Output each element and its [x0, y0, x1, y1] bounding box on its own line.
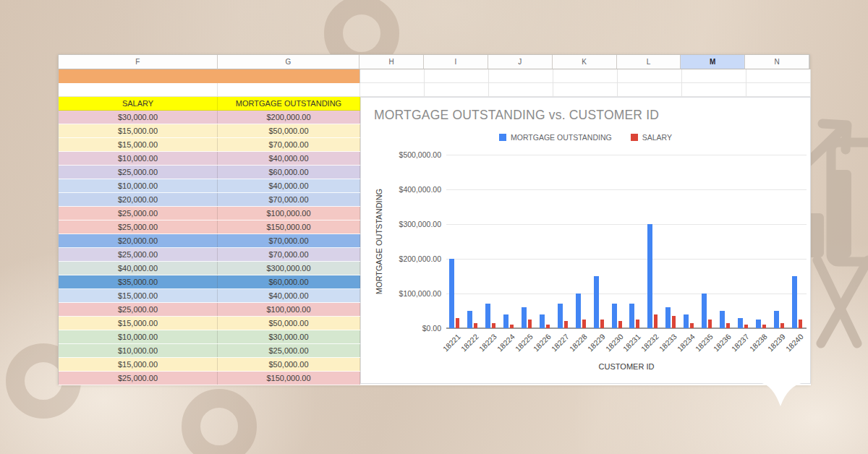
- salary-header-cell[interactable]: SALARY: [59, 97, 218, 110]
- empty-cell[interactable]: [360, 69, 425, 83]
- column-header-F[interactable]: F: [59, 55, 218, 69]
- salary-cell[interactable]: $20,000.00: [59, 193, 218, 206]
- mortgage-cell[interactable]: $100,000.00: [218, 207, 360, 220]
- mortgage-cell[interactable]: $25,000.00: [218, 344, 360, 357]
- column-header-K[interactable]: K: [553, 55, 617, 69]
- orange-banner-row[interactable]: [59, 69, 360, 83]
- empty-cell[interactable]: [618, 83, 682, 97]
- mortgage-cell[interactable]: $100,000.00: [218, 303, 360, 316]
- blank-cell[interactable]: [218, 83, 360, 96]
- empty-cell[interactable]: [682, 83, 746, 97]
- salary-cell[interactable]: $30,000.00: [59, 111, 218, 124]
- mortgage-cell[interactable]: $70,000.00: [218, 193, 360, 206]
- bar-mortgage: [738, 318, 743, 328]
- salary-cell[interactable]: $10,000.00: [59, 344, 218, 357]
- mortgage-header-cell[interactable]: MORTGAGE OUTSTANDING: [218, 97, 360, 110]
- mortgage-cell[interactable]: $40,000.00: [218, 289, 360, 302]
- empty-cell[interactable]: [489, 83, 553, 97]
- salary-cell[interactable]: $20,000.00: [59, 234, 218, 247]
- mortgage-cell[interactable]: $70,000.00: [218, 248, 360, 261]
- mortgage-cell[interactable]: $50,000.00: [218, 124, 360, 137]
- empty-cell[interactable]: [489, 69, 553, 83]
- legend-item-mortgage: MORTGAGE OUTSTANDING: [499, 133, 612, 142]
- y-axis-label: $100,000.00: [375, 289, 441, 298]
- gridline: [446, 294, 807, 294]
- table-row: $10,000.00$40,000.00: [59, 152, 360, 166]
- salary-cell[interactable]: $15,000.00: [59, 124, 218, 137]
- mortgage-cell[interactable]: $150,000.00: [218, 220, 360, 234]
- salary-cell[interactable]: $35,000.00: [59, 275, 218, 288]
- column-header-L[interactable]: L: [617, 55, 681, 69]
- column-header-H[interactable]: H: [359, 55, 424, 69]
- table-row: $15,000.00$70,000.00: [59, 138, 360, 152]
- salary-cell[interactable]: $15,000.00: [59, 289, 218, 302]
- empty-cell[interactable]: [746, 69, 811, 83]
- salary-cell[interactable]: $25,000.00: [59, 303, 218, 316]
- column-header-I[interactable]: I: [424, 55, 488, 69]
- empty-cell[interactable]: [746, 83, 811, 97]
- legend-item-salary: SALARY: [631, 133, 672, 142]
- table-row: $25,000.00$100,000.00: [59, 303, 360, 317]
- salary-cell[interactable]: $25,000.00: [59, 248, 218, 261]
- empty-cell[interactable]: [553, 83, 618, 97]
- empty-cell[interactable]: [618, 69, 682, 83]
- mortgage-cell[interactable]: $200,000.00: [218, 111, 360, 124]
- bar-mortgage: [594, 276, 599, 328]
- table-row: $25,000.00$150,000.00: [59, 220, 360, 234]
- mortgage-cell[interactable]: $50,000.00: [218, 358, 360, 371]
- bar-salary: [708, 320, 712, 328]
- salary-cell[interactable]: $25,000.00: [59, 220, 218, 234]
- mortgage-cell[interactable]: $70,000.00: [218, 138, 360, 151]
- salary-cell[interactable]: $10,000.00: [59, 330, 218, 343]
- legend-swatch-mortgage: [499, 134, 506, 141]
- mortgage-cell[interactable]: $60,000.00: [218, 275, 360, 288]
- mortgage-cell[interactable]: $40,000.00: [218, 152, 360, 165]
- mortgage-cell[interactable]: $70,000.00: [218, 234, 360, 247]
- table-row: $20,000.00$70,000.00: [59, 234, 360, 248]
- bar-salary: [654, 314, 658, 328]
- salary-cell[interactable]: $15,000.00: [59, 317, 218, 330]
- bar-mortgage: [612, 304, 617, 328]
- empty-cell[interactable]: [425, 83, 489, 97]
- table-row: $15,000.00$50,000.00: [59, 317, 360, 330]
- table-row: $25,000.00$60,000.00: [59, 166, 360, 179]
- column-header-J[interactable]: J: [488, 55, 553, 69]
- salary-cell[interactable]: $25,000.00: [59, 207, 218, 220]
- legend-swatch-salary: [631, 134, 638, 141]
- empty-cell[interactable]: [425, 69, 489, 83]
- column-header-M[interactable]: M: [681, 55, 745, 69]
- salary-cell[interactable]: $25,000.00: [59, 166, 218, 179]
- column-header-N[interactable]: N: [745, 55, 809, 69]
- empty-cell[interactable]: [682, 69, 746, 83]
- mortgage-cell[interactable]: $40,000.00: [218, 179, 360, 192]
- salary-cell[interactable]: $10,000.00: [59, 152, 218, 165]
- bar-mortgage: [774, 311, 779, 328]
- blank-row[interactable]: [59, 83, 360, 97]
- chart[interactable]: MORTGAGE OUTSTANDING vs. CUSTOMER ID MOR…: [360, 97, 811, 384]
- y-axis-label: $500,000.00: [375, 150, 441, 159]
- salary-cell[interactable]: $40,000.00: [59, 262, 218, 275]
- bar-salary: [618, 321, 622, 328]
- bar-salary: [546, 325, 550, 328]
- blank-cell[interactable]: [59, 83, 218, 96]
- mortgage-cell[interactable]: $30,000.00: [218, 330, 360, 343]
- salary-cell[interactable]: $15,000.00: [59, 358, 218, 371]
- y-axis-label: $200,000.00: [375, 254, 441, 263]
- bar-salary: [456, 318, 459, 328]
- background-ring: [182, 389, 257, 454]
- mortgage-cell[interactable]: $60,000.00: [218, 166, 360, 179]
- table-row: $25,000.00$70,000.00: [59, 248, 360, 262]
- mortgage-cell[interactable]: $300,000.00: [218, 262, 360, 275]
- salary-cell[interactable]: $10,000.00: [59, 179, 218, 192]
- mortgage-cell[interactable]: $150,000.00: [218, 372, 360, 385]
- empty-cell[interactable]: [553, 69, 618, 83]
- salary-cell[interactable]: $25,000.00: [59, 372, 218, 385]
- legend-label: MORTGAGE OUTSTANDING: [511, 133, 612, 142]
- bar-mortgage: [503, 314, 509, 328]
- bar-mortgage: [540, 314, 545, 328]
- salary-cell[interactable]: $15,000.00: [59, 138, 218, 151]
- mortgage-cell[interactable]: $50,000.00: [218, 317, 360, 330]
- empty-cell[interactable]: [360, 83, 425, 97]
- column-header-G[interactable]: G: [218, 55, 360, 69]
- bar-salary: [780, 323, 784, 328]
